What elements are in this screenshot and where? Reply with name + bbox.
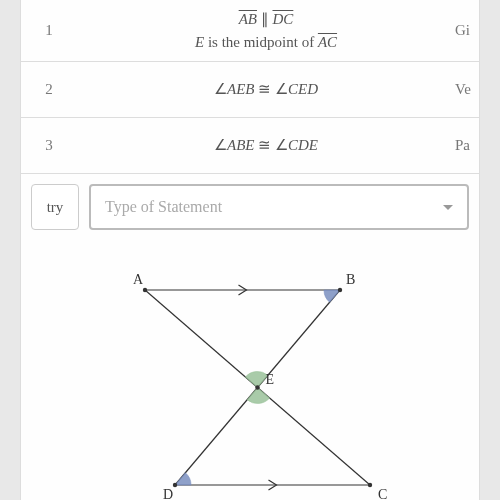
svg-point-4 xyxy=(143,288,147,292)
select-placeholder: Type of Statement xyxy=(105,198,222,216)
step-number: 2 xyxy=(21,81,77,98)
geometry-diagram: ABCDE xyxy=(21,240,479,500)
table-row: 3 ∠ABE ≅ ∠CDE Pa xyxy=(21,118,479,174)
diagram-svg: ABCDE xyxy=(50,260,450,500)
svg-text:C: C xyxy=(378,487,387,500)
statement-cell: ∠ABE ≅ ∠CDE xyxy=(77,126,455,165)
statement-type-select[interactable]: Type of Statement xyxy=(89,184,469,230)
input-row: try Type of Statement xyxy=(21,174,479,240)
svg-point-6 xyxy=(368,483,372,487)
statement-cell: ∠AEB ≅ ∠CED xyxy=(77,70,455,109)
svg-point-8 xyxy=(255,385,259,389)
svg-text:B: B xyxy=(346,272,355,287)
svg-text:A: A xyxy=(133,272,144,287)
statement-cell: AB ∥ DC E is the midpoint of AC xyxy=(77,0,455,61)
reason-cell: Pa xyxy=(455,137,479,154)
svg-text:D: D xyxy=(163,487,173,500)
try-button[interactable]: try xyxy=(31,184,79,230)
step-number: 1 xyxy=(21,22,77,39)
table-row: 2 ∠AEB ≅ ∠CED Ve xyxy=(21,62,479,118)
proof-table: 1 AB ∥ DC E is the midpoint of AC Gi 2 ∠… xyxy=(21,0,479,240)
svg-point-7 xyxy=(173,483,177,487)
table-row: 1 AB ∥ DC E is the midpoint of AC Gi xyxy=(21,0,479,62)
reason-cell: Gi xyxy=(455,22,479,39)
step-number: 3 xyxy=(21,137,77,154)
page-container: 1 AB ∥ DC E is the midpoint of AC Gi 2 ∠… xyxy=(20,0,480,500)
svg-point-5 xyxy=(338,288,342,292)
chevron-down-icon xyxy=(443,205,453,210)
svg-text:E: E xyxy=(266,372,275,387)
reason-cell: Ve xyxy=(455,81,479,98)
